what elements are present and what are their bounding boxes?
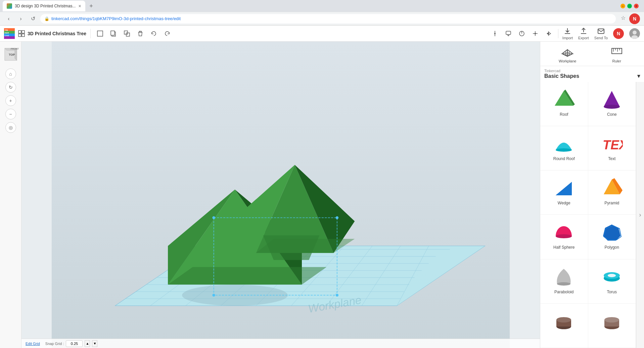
shape-item-11[interactable]: Shape [540, 304, 588, 348]
shape-item-paraboloid[interactable]: Paraboloid [540, 259, 588, 304]
svg-marker-93 [604, 91, 620, 107]
shape-item-half-sphere[interactable]: Half Sphere [540, 215, 588, 259]
main-layout: TOP FRONT ⌂ ↻ + − ◎ [0, 42, 644, 348]
edit-grid-label[interactable]: Edit Grid [26, 342, 40, 346]
svg-text:TEXT: TEXT [603, 138, 623, 152]
shapes-dropdown[interactable]: Basic Shapes ▾ [544, 73, 640, 79]
window-minimize-button[interactable]: − [620, 4, 625, 8]
star-button[interactable]: ☆ [618, 13, 628, 23]
svg-point-113 [604, 317, 619, 322]
address-input[interactable]: 🔒 tinkercad.com/things/1qbKM7P9imO-3d-pr… [40, 14, 616, 23]
paraboloid-shape-icon [552, 265, 576, 288]
shapes-category: Tinkercad [544, 69, 640, 73]
shape-item-roof[interactable]: Roof [540, 82, 588, 126]
redo-button[interactable] [162, 28, 173, 39]
send-to-action[interactable]: Send To [594, 27, 608, 40]
torus-shape-icon [600, 265, 624, 288]
snap-button[interactable] [530, 28, 541, 39]
text-shape-icon: TEXT [600, 132, 624, 155]
fit-view-button[interactable]: ◎ [5, 122, 16, 133]
back-button[interactable]: ‹ [4, 14, 13, 23]
round-roof-shape-icon [552, 132, 576, 155]
undo-button[interactable] [148, 28, 159, 39]
user-photo-avatar[interactable] [629, 28, 640, 39]
window-close-button[interactable]: × [634, 4, 639, 8]
collapse-panel-button[interactable]: › [636, 82, 644, 348]
align-button[interactable] [490, 28, 500, 39]
user-avatar[interactable]: N [629, 13, 640, 24]
active-tab[interactable]: 3D design 3D Printed Christmas... × [3, 1, 85, 11]
export-action[interactable]: Export [578, 27, 589, 40]
mirror-button[interactable] [543, 28, 554, 39]
svg-rect-6 [9, 34, 15, 36]
shape-11-icon [552, 309, 576, 333]
roof-shape-label: Roof [560, 112, 568, 117]
3d-scene[interactable]: Workplane [21, 42, 540, 348]
window-maximize-button[interactable]: □ [627, 4, 632, 8]
svg-rect-12 [18, 31, 21, 33]
zoom-in-button[interactable]: + [5, 95, 16, 106]
torus-shape-label: Torus [607, 290, 617, 294]
new-tab-button[interactable]: + [87, 1, 96, 11]
svg-point-110 [556, 317, 571, 322]
snap-decrement-button[interactable]: ▼ [92, 340, 97, 347]
text-shape-label: Text [608, 156, 615, 161]
forward-button[interactable]: › [16, 14, 26, 23]
export-label: Export [578, 36, 589, 40]
shape-item-text[interactable]: TEXT Text [588, 126, 636, 170]
pyramid-shape-icon [600, 176, 624, 199]
shape-item-polygon[interactable]: Polygon [588, 215, 636, 259]
roof-shape-icon [552, 87, 576, 111]
svg-marker-32 [549, 32, 551, 35]
svg-marker-39 [15, 48, 17, 60]
copy-button[interactable] [108, 28, 119, 39]
shape-item-cone[interactable]: Cone [588, 82, 636, 126]
grid-icon [18, 30, 25, 37]
svg-rect-14 [18, 34, 21, 37]
import-icon [563, 27, 571, 35]
view-cube[interactable]: TOP FRONT [2, 46, 19, 63]
measure-button[interactable] [516, 28, 527, 39]
half-sphere-shape-label: Half Sphere [553, 245, 574, 250]
workplane-label: Workplane [559, 59, 576, 63]
svg-point-78 [336, 216, 338, 219]
svg-marker-70 [168, 267, 326, 285]
tinkercad-logo-icon: TIN KER CAD [4, 28, 15, 39]
snap-grid-control: Snap Grid : ▲ ▼ [45, 340, 98, 347]
snap-increment-button[interactable]: ▲ [85, 340, 90, 347]
address-bar: ‹ › ↺ 🔒 tinkercad.com/things/1qbKM7P9imO… [0, 12, 644, 26]
svg-point-35 [633, 31, 637, 35]
zoom-out-button[interactable]: − [5, 109, 16, 119]
shape-item-torus[interactable]: Torus [588, 259, 636, 304]
speech-button[interactable] [503, 28, 514, 39]
orbit-button[interactable]: ↻ [5, 82, 16, 93]
polygon-shape-icon [600, 220, 624, 244]
snap-grid-input[interactable] [66, 340, 83, 347]
delete-button[interactable] [135, 28, 146, 39]
user-profile-avatar[interactable]: N [613, 28, 624, 39]
svg-marker-83 [562, 50, 567, 56]
canvas-area[interactable]: Workplane [21, 42, 540, 348]
shape-item-pyramid[interactable]: Pyramid [588, 170, 636, 215]
new-shape-button[interactable] [95, 28, 105, 39]
ruler-action[interactable]: Ruler [594, 44, 640, 63]
address-right-buttons: ☆ N [618, 13, 640, 24]
svg-point-107 [608, 274, 616, 277]
bottom-bar: Edit Grid Snap Grid : ▲ ▼ [21, 339, 540, 348]
svg-rect-15 [22, 34, 25, 37]
tab-close-button[interactable]: × [78, 3, 81, 9]
shape-item-wedge[interactable]: Wedge [540, 170, 588, 215]
wedge-shape-label: Wedge [558, 201, 570, 205]
shapes-grid: Roof Cone [540, 82, 636, 348]
workplane-action[interactable]: Workplane [544, 44, 591, 63]
app-logo: TIN KER CAD [4, 28, 25, 39]
half-sphere-shape-icon [552, 220, 576, 244]
svg-point-79 [212, 294, 215, 296]
svg-rect-7 [4, 36, 9, 39]
duplicate-button[interactable] [122, 28, 132, 39]
reload-button[interactable]: ↺ [28, 14, 38, 23]
shape-item-12[interactable]: Shape [588, 304, 636, 348]
home-view-button[interactable]: ⌂ [5, 68, 16, 79]
shape-item-round-roof[interactable]: Round Roof [540, 126, 588, 170]
import-action[interactable]: Import [562, 27, 573, 40]
